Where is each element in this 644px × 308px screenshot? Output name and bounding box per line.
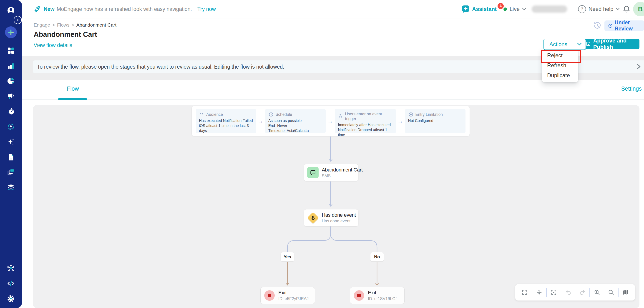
sidebar-item-templates[interactable] [6,168,15,177]
announcement: New MoEngage now has a refreshed look wi… [34,0,216,18]
tab-row: Flow Settings [22,80,644,100]
entry-limitation-icon [408,112,414,117]
question-icon: ? [578,5,586,13]
chevron-down-icon [522,8,526,10]
sidebar-item-audience-target[interactable] [6,122,15,131]
breadcrumb-flows[interactable]: Flows [57,22,70,28]
menu-item-refresh[interactable]: Refresh [542,60,578,70]
sidebar-item-dashboard[interactable] [6,46,15,55]
node-subtitle: Has done event [322,219,356,224]
environment-selector[interactable]: Live [504,0,526,18]
undo-icon [565,289,572,296]
schedule-icon [268,112,274,117]
sidebar-item-reports[interactable] [6,153,15,162]
menu-item-duplicate[interactable]: Duplicate [542,70,578,80]
node-exit-no[interactable]: Exit ID: s-1SV19LGf [350,287,404,304]
create-new-button[interactable] [5,26,17,38]
node-exit-yes[interactable]: Exit ID: e5F2yPJRAJ [260,287,315,304]
branch-label-yes: Yes [281,252,294,262]
condition-icon [307,212,318,224]
notifications-button[interactable] [622,0,631,18]
history-icon [593,21,602,30]
sidebar-item-data[interactable] [6,183,15,192]
focus-center-button[interactable] [547,284,561,301]
sidebar-item-flows-timer[interactable] [6,107,15,116]
sidebar-item-integrations[interactable] [6,264,15,273]
sidebar-expand-button[interactable] [14,16,22,24]
announcement-new: New [44,6,54,12]
undo-button[interactable] [561,284,575,301]
actions-label[interactable]: Actions [544,39,573,49]
minimap-icon [622,289,629,296]
breadcrumb-engage[interactable]: Engage [34,22,50,28]
banner-expand-button[interactable] [636,64,641,69]
try-now-link[interactable]: Try now [198,6,216,12]
moengage-logo[interactable] [6,6,16,15]
tab-flow[interactable]: Flow [67,85,79,92]
approve-and-publish-button[interactable]: Approve and Publish [586,39,640,49]
branch-label-no: No [370,252,384,262]
bell-icon [622,5,631,13]
moengage-logo-icon [6,6,16,15]
exit-icon [264,290,275,301]
menu-item-reject[interactable]: Reject [542,50,578,60]
breadcrumb: Engage > Flows > Abandonment Cart [34,22,116,28]
chevron-down-icon [577,43,582,46]
flow-canvas[interactable]: Audience Has executed Notification Faile… [33,105,640,308]
sidebar-item-campaigns[interactable] [6,92,15,101]
fit-view-button[interactable] [532,284,546,301]
stage-event-trigger[interactable]: Users enter on event trigger Immediately… [335,109,396,133]
tab-settings[interactable]: Settings [621,85,642,92]
chevron-down-icon [616,8,620,10]
top-bar: New MoEngage now has a refreshed look wi… [0,0,644,18]
stage-audience[interactable]: Audience Has executed Notification Faile… [196,109,256,133]
assistant-badge: 4 [498,3,504,9]
minimap-button[interactable] [618,284,633,301]
save-icon [586,41,591,47]
history-button[interactable] [593,21,602,30]
actions-button[interactable]: Actions [544,39,586,50]
assistant-label: Assistant [472,6,497,12]
fullscreen-button[interactable] [518,284,532,301]
need-help-menu[interactable]: ? Need help [578,0,620,18]
actions-caret-button[interactable] [573,39,586,49]
rocket-icon [34,5,42,13]
stage-entry-limitation[interactable]: Entry Limitation Not Configured [405,109,466,133]
redo-button[interactable] [575,284,590,301]
sidebar [0,0,22,308]
plus-icon [8,29,14,36]
view-flow-details-link[interactable]: View flow details [34,42,72,48]
sms-icon [307,167,318,178]
zoom-out-button[interactable] [604,284,618,301]
sidebar-item-analytics[interactable] [6,61,15,70]
zoom-in-icon [594,289,600,296]
stage-arrow-icon: → [326,118,335,125]
chevron-right-icon [16,18,19,21]
audience-icon [199,112,204,117]
announcement-text: MoEngage now has a refreshed look with e… [56,6,192,12]
sidebar-item-settings[interactable] [6,294,15,303]
node-subtitle: SMS [322,174,363,178]
environment-label: Live [510,6,520,12]
status-badge: Under Review [604,20,644,31]
node-title: Exit [368,290,396,296]
stage-schedule[interactable]: Schedule As soon as possible End- Never … [265,109,326,133]
assistant-button[interactable]: Assistant 4 [461,0,504,18]
assistant-icon [461,4,470,14]
avatar[interactable]: B [633,2,644,16]
node-sms-abandonment-cart[interactable]: Abandonment Cart SMS [304,164,358,181]
zoom-out-icon [608,289,614,296]
breadcrumb-current: Abandonment Cart [76,22,116,28]
sidebar-item-segments[interactable] [6,77,15,85]
sidebar-item-developer[interactable] [6,279,15,288]
focus-center-icon [550,289,557,296]
event-trigger-icon [338,114,343,119]
node-title: Exit [278,290,308,296]
actions-dropdown-menu: Reject Refresh Duplicate [542,49,578,82]
redo-icon [579,289,586,296]
zoom-in-button[interactable] [590,284,604,301]
node-has-done-event[interactable]: Has done event Has done event [304,209,358,227]
need-help-label: Need help [588,6,613,12]
active-tab-indicator [58,98,87,100]
sidebar-item-ai-sparkles[interactable] [6,138,15,146]
